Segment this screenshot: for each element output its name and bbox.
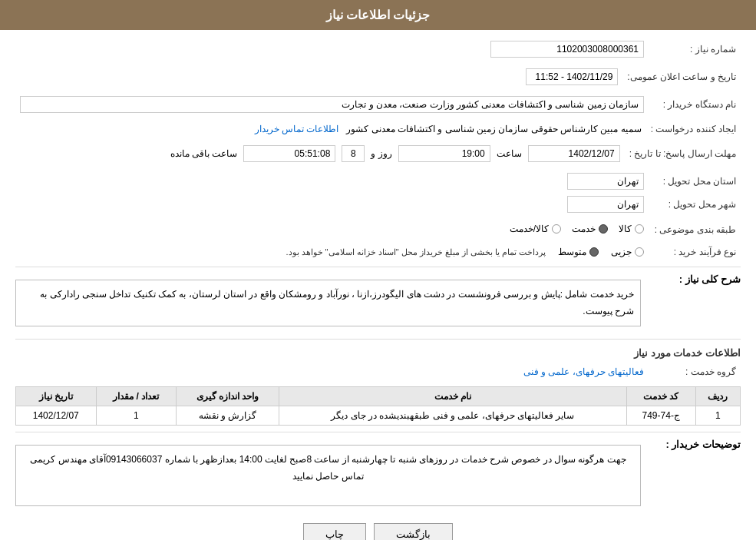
buyer-notes-text: جهت هرگونه سوال در خصوص شرح خدمات در روز… <box>15 445 641 506</box>
info-table-main: شماره نیاز : 1102003008000361 <box>15 38 741 61</box>
tabagheh-label: طبقه بندی موضوعی : <box>649 220 741 239</box>
radio-kala-khedmat[interactable]: کالا/خدمت <box>510 224 561 234</box>
sharh-koli-section: شرح کلی نیاز : خرید خدمت شامل :پایش و بر… <box>15 273 741 333</box>
group-label: گروه خدمت : <box>649 363 741 380</box>
col-radif: ردیف <box>695 387 740 406</box>
col-tedad: تعداد / مقدار <box>96 387 176 406</box>
col-vahed: واحد اندازه گیری <box>176 387 279 406</box>
print-button[interactable]: چاپ <box>303 523 366 540</box>
cell-vahed: گزارش و نقشه <box>176 406 279 426</box>
baghimande-value: 05:51:08 <box>243 145 335 162</box>
ijad-value: سمیه مبین کارشناس حقوقی سازمان زمین شناس… <box>346 124 641 134</box>
info-table-ostan: استان محل تحویل : تهران شهر محل تحویل : … <box>15 170 741 216</box>
saat-label: ساعت <box>497 148 522 159</box>
rooz-value: 8 <box>342 145 365 162</box>
ostan-label: استان محل تحویل : <box>649 170 741 193</box>
info-table-group: گروه خدمت : فعالیتهای حرفهای، علمی و فنی <box>15 363 741 380</box>
radio-kala-khedmat-label: کالا/خدمت <box>510 224 549 234</box>
cell-nam: سایر فعالیتهای حرفهای، علمی و فنی طبقهبن… <box>279 406 626 426</box>
col-kod: کد خدمت <box>626 387 695 406</box>
cell-radif: 1 <box>695 406 740 426</box>
sharh-koli-text: خرید خدمت شامل :پایش و بررسی فرونشست در … <box>15 280 641 326</box>
etelaat-khadamat-title: اطلاعات خدمات مورد نیاز <box>15 347 741 359</box>
info-table-mohlat: مهلت ارسال پاسخ: تا تاریخ : 1402/12/07 س… <box>15 142 741 165</box>
info-table-tarikh: تاریخ و ساعت اعلان عمومی: 1402/11/29 - 1… <box>15 65 741 88</box>
radio-khedmat[interactable]: خدمت <box>572 224 608 234</box>
col-nam: نام خدمت <box>279 387 626 406</box>
farayand-note: پرداخت تمام یا بخشی از مبلغ خریداز محل "… <box>286 247 546 257</box>
cell-tarikh: 1402/12/07 <box>16 406 97 426</box>
radio-jozii[interactable]: جزیی <box>611 247 644 257</box>
info-table-dastgah: نام دستگاه خریدار : سازمان زمین شناسی و … <box>15 93 741 116</box>
group-value[interactable]: فعالیتهای حرفهای، علمی و فنی <box>523 366 644 377</box>
radio-jozii-label: جزیی <box>611 247 632 257</box>
farayand-label: نوع فرآیند خرید : <box>649 243 741 260</box>
table-row: 1 ج-74-749 سایر فعالیتهای حرفهای، علمی و… <box>16 406 741 426</box>
radio-khedmat-label: خدمت <box>572 224 596 234</box>
info-table-tabagheh: طبقه بندی موضوعی : کالا خدمت <box>15 220 741 239</box>
tarikh-ilan-value: 1402/11/29 - 11:52 <box>526 68 618 85</box>
tarikh-pasokh-value: 1402/12/07 <box>528 145 620 162</box>
shomara-niaz-label: شماره نیاز : <box>649 38 741 61</box>
page-header: جزئیات اطلاعات نیاز <box>0 0 756 30</box>
sharh-koli-label: شرح کلی نیاز : <box>649 273 741 285</box>
radio-khedmat-circle <box>599 224 608 234</box>
main-content: شماره نیاز : 1102003008000361 تاریخ و سا… <box>0 30 756 540</box>
back-button[interactable]: بازگشت <box>374 523 453 540</box>
tarikh-ilan-label: تاریخ و ساعت اعلان عمومی: <box>622 65 741 88</box>
mohlat-label: مهلت ارسال پاسخ: تا تاریخ : <box>625 142 741 165</box>
divider-3 <box>15 432 741 432</box>
radio-motevaset[interactable]: متوسط <box>558 247 599 257</box>
radio-kala-circle <box>635 224 644 234</box>
info-table-ijad: ایجاد کننده درخواست : سمیه مبین کارشناس … <box>15 121 741 137</box>
radio-motevaset-label: متوسط <box>558 247 586 257</box>
radio-kala-khedmat-circle <box>552 224 561 234</box>
ijad-link[interactable]: اطلاعات تماس خریدار <box>255 124 339 134</box>
services-table: ردیف کد خدمت نام خدمت واحد اندازه گیری ت… <box>15 386 741 426</box>
nam-dastgah-value: سازمان زمین شناسی و اکتشافات معدنی کشور … <box>20 96 644 113</box>
tabagheh-radio-group: کالا خدمت کالا/خدمت <box>510 224 644 234</box>
cell-kod: ج-74-749 <box>626 406 695 426</box>
nam-dastgah-label: نام دستگاه خریدار : <box>649 93 741 116</box>
baghimande-label: ساعت باقی مانده <box>170 148 238 159</box>
info-table-farayand: نوع فرآیند خرید : جزیی متوسط پرداخت تمام… <box>15 243 741 260</box>
radio-motevaset-circle <box>589 247 599 257</box>
rooz-label: روز و <box>371 148 391 159</box>
col-tarikh: تاریخ نیاز <box>16 387 97 406</box>
buyer-notes-section: توضیحات خریدار : جهت هرگونه سوال در خصوص… <box>15 439 741 512</box>
shomara-niaz-value: 1102003008000361 <box>490 41 644 58</box>
ostan-value: تهران <box>567 173 644 190</box>
ijad-label: ایجاد کننده درخواست : <box>646 121 741 137</box>
page-title: جزئیات اطلاعات نیاز <box>326 8 431 22</box>
radio-kala[interactable]: کالا <box>619 224 644 234</box>
shahr-value: تهران <box>567 196 644 213</box>
cell-tedad: 1 <box>96 406 176 426</box>
radio-jozii-circle <box>635 247 644 257</box>
radio-kala-label: کالا <box>619 224 632 234</box>
page-wrapper: جزئیات اطلاعات نیاز شماره نیاز : 1102003… <box>0 0 756 540</box>
divider-1 <box>15 267 741 267</box>
buyer-notes-label: توضیحات خریدار : <box>649 439 741 450</box>
button-row: بازگشت چاپ <box>15 523 741 540</box>
saat-value: 19:00 <box>398 145 490 162</box>
shahr-label: شهر محل تحویل : <box>649 193 741 216</box>
divider-2 <box>15 339 741 340</box>
